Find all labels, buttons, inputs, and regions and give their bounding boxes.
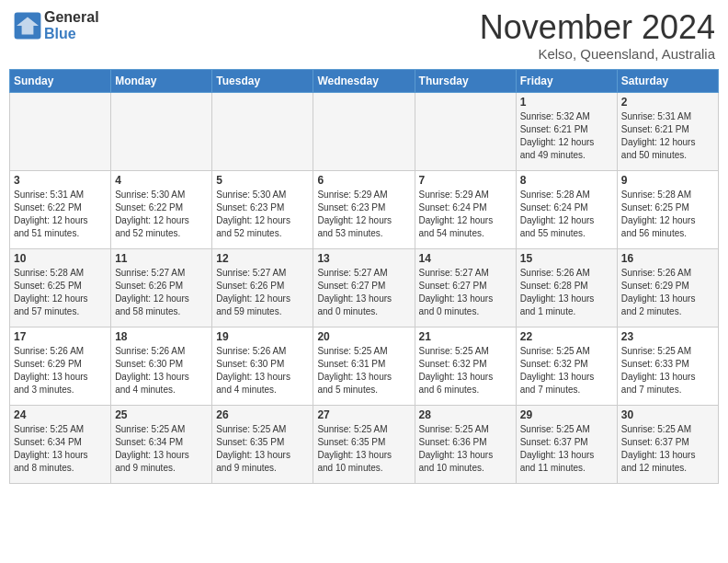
calendar-cell xyxy=(10,92,111,170)
day-info: Sunrise: 5:26 AMSunset: 6:29 PMDaylight:… xyxy=(14,345,107,396)
week-row-3: 10Sunrise: 5:28 AMSunset: 6:25 PMDayligh… xyxy=(10,248,719,327)
logo-icon xyxy=(13,11,42,40)
calendar-cell xyxy=(212,92,313,170)
calendar-cell: 3Sunrise: 5:31 AMSunset: 6:22 PMDaylight… xyxy=(10,170,111,248)
day-number: 26 xyxy=(216,408,309,421)
day-info: Sunrise: 5:26 AMSunset: 6:30 PMDaylight:… xyxy=(216,345,309,396)
day-number: 3 xyxy=(14,174,107,187)
day-info: Sunrise: 5:26 AMSunset: 6:30 PMDaylight:… xyxy=(115,345,208,396)
day-number: 13 xyxy=(317,252,410,265)
calendar-cell: 14Sunrise: 5:27 AMSunset: 6:27 PMDayligh… xyxy=(415,248,516,327)
calendar-cell: 1Sunrise: 5:32 AMSunset: 6:21 PMDaylight… xyxy=(516,92,617,170)
day-number: 30 xyxy=(621,408,714,421)
week-row-4: 17Sunrise: 5:26 AMSunset: 6:29 PMDayligh… xyxy=(10,327,719,405)
day-number: 23 xyxy=(621,330,714,343)
calendar-cell: 29Sunrise: 5:25 AMSunset: 6:37 PMDayligh… xyxy=(516,405,617,483)
week-row-5: 24Sunrise: 5:25 AMSunset: 6:34 PMDayligh… xyxy=(10,405,719,483)
calendar-cell: 13Sunrise: 5:27 AMSunset: 6:27 PMDayligh… xyxy=(313,248,415,327)
day-info: Sunrise: 5:25 AMSunset: 6:31 PMDaylight:… xyxy=(317,345,410,396)
day-number: 7 xyxy=(419,174,512,187)
calendar-cell xyxy=(415,92,516,170)
day-info: Sunrise: 5:31 AMSunset: 6:21 PMDaylight:… xyxy=(621,110,714,162)
calendar-cell: 5Sunrise: 5:30 AMSunset: 6:23 PMDaylight… xyxy=(212,170,313,248)
calendar-cell: 27Sunrise: 5:25 AMSunset: 6:35 PMDayligh… xyxy=(313,405,415,483)
day-number: 12 xyxy=(216,252,309,265)
calendar-cell: 21Sunrise: 5:25 AMSunset: 6:32 PMDayligh… xyxy=(415,327,516,405)
calendar-cell: 7Sunrise: 5:29 AMSunset: 6:24 PMDaylight… xyxy=(415,170,516,248)
day-info: Sunrise: 5:30 AMSunset: 6:23 PMDaylight:… xyxy=(216,189,309,240)
calendar-cell: 20Sunrise: 5:25 AMSunset: 6:31 PMDayligh… xyxy=(313,327,415,405)
week-row-2: 3Sunrise: 5:31 AMSunset: 6:22 PMDaylight… xyxy=(10,170,719,248)
day-info: Sunrise: 5:25 AMSunset: 6:34 PMDaylight:… xyxy=(115,423,208,475)
day-number: 17 xyxy=(14,330,107,343)
day-number: 22 xyxy=(520,330,613,343)
calendar-cell: 15Sunrise: 5:26 AMSunset: 6:28 PMDayligh… xyxy=(516,248,617,327)
day-number: 19 xyxy=(216,330,309,343)
day-info: Sunrise: 5:29 AMSunset: 6:24 PMDaylight:… xyxy=(419,189,512,240)
logo: General Blue xyxy=(13,9,99,42)
day-number: 24 xyxy=(14,408,107,421)
day-info: Sunrise: 5:26 AMSunset: 6:29 PMDaylight:… xyxy=(621,267,714,318)
column-header-monday: Monday xyxy=(111,69,212,92)
day-number: 5 xyxy=(216,174,309,187)
day-info: Sunrise: 5:25 AMSunset: 6:36 PMDaylight:… xyxy=(419,423,512,475)
day-number: 16 xyxy=(621,252,714,265)
calendar-cell: 26Sunrise: 5:25 AMSunset: 6:35 PMDayligh… xyxy=(212,405,313,483)
logo-text-blue: Blue xyxy=(44,26,76,41)
calendar-cell: 2Sunrise: 5:31 AMSunset: 6:21 PMDaylight… xyxy=(617,92,718,170)
day-number: 21 xyxy=(419,330,512,343)
calendar-cell: 16Sunrise: 5:26 AMSunset: 6:29 PMDayligh… xyxy=(617,248,718,327)
day-info: Sunrise: 5:25 AMSunset: 6:32 PMDaylight:… xyxy=(419,345,512,396)
day-info: Sunrise: 5:26 AMSunset: 6:28 PMDaylight:… xyxy=(520,267,613,318)
calendar-cell: 4Sunrise: 5:30 AMSunset: 6:22 PMDaylight… xyxy=(111,170,212,248)
column-header-tuesday: Tuesday xyxy=(212,69,313,92)
calendar-cell: 25Sunrise: 5:25 AMSunset: 6:34 PMDayligh… xyxy=(111,405,212,483)
day-info: Sunrise: 5:27 AMSunset: 6:27 PMDaylight:… xyxy=(317,267,410,318)
day-number: 27 xyxy=(317,408,410,421)
day-number: 4 xyxy=(115,174,208,187)
location-title: Kelso, Queensland, Australia xyxy=(480,46,715,62)
day-number: 9 xyxy=(621,174,714,187)
calendar-cell: 10Sunrise: 5:28 AMSunset: 6:25 PMDayligh… xyxy=(10,248,111,327)
calendar-cell: 11Sunrise: 5:27 AMSunset: 6:26 PMDayligh… xyxy=(111,248,212,327)
calendar-cell: 6Sunrise: 5:29 AMSunset: 6:23 PMDaylight… xyxy=(313,170,415,248)
day-info: Sunrise: 5:25 AMSunset: 6:37 PMDaylight:… xyxy=(520,423,613,475)
day-number: 6 xyxy=(317,174,410,187)
calendar-table: SundayMondayTuesdayWednesdayThursdayFrid… xyxy=(9,69,719,484)
calendar-cell xyxy=(111,92,212,170)
calendar-cell: 12Sunrise: 5:27 AMSunset: 6:26 PMDayligh… xyxy=(212,248,313,327)
day-number: 14 xyxy=(419,252,512,265)
day-number: 1 xyxy=(520,96,613,109)
day-number: 11 xyxy=(115,252,208,265)
column-header-wednesday: Wednesday xyxy=(313,69,415,92)
logo-text-general: General xyxy=(44,9,99,25)
column-header-friday: Friday xyxy=(516,69,617,92)
header-row: SundayMondayTuesdayWednesdayThursdayFrid… xyxy=(10,69,719,92)
day-info: Sunrise: 5:25 AMSunset: 6:32 PMDaylight:… xyxy=(520,345,613,396)
calendar-cell xyxy=(313,92,415,170)
calendar-cell: 23Sunrise: 5:25 AMSunset: 6:33 PMDayligh… xyxy=(617,327,718,405)
day-number: 8 xyxy=(520,174,613,187)
day-info: Sunrise: 5:25 AMSunset: 6:37 PMDaylight:… xyxy=(621,423,714,475)
day-info: Sunrise: 5:28 AMSunset: 6:25 PMDaylight:… xyxy=(14,267,107,318)
day-info: Sunrise: 5:27 AMSunset: 6:26 PMDaylight:… xyxy=(216,267,309,318)
column-header-sunday: Sunday xyxy=(10,69,111,92)
column-header-saturday: Saturday xyxy=(617,69,718,92)
day-info: Sunrise: 5:25 AMSunset: 6:33 PMDaylight:… xyxy=(621,345,714,396)
day-number: 15 xyxy=(520,252,613,265)
day-number: 18 xyxy=(115,330,208,343)
day-info: Sunrise: 5:31 AMSunset: 6:22 PMDaylight:… xyxy=(14,189,107,240)
day-number: 29 xyxy=(520,408,613,421)
month-title: November 2024 xyxy=(480,9,715,46)
day-info: Sunrise: 5:25 AMSunset: 6:35 PMDaylight:… xyxy=(317,423,410,475)
day-info: Sunrise: 5:25 AMSunset: 6:34 PMDaylight:… xyxy=(14,423,107,475)
day-number: 28 xyxy=(419,408,512,421)
day-info: Sunrise: 5:30 AMSunset: 6:22 PMDaylight:… xyxy=(115,189,208,240)
calendar-cell: 28Sunrise: 5:25 AMSunset: 6:36 PMDayligh… xyxy=(415,405,516,483)
day-info: Sunrise: 5:28 AMSunset: 6:24 PMDaylight:… xyxy=(520,189,613,240)
header: General Blue November 2024 Kelso, Queens… xyxy=(9,9,719,62)
day-info: Sunrise: 5:27 AMSunset: 6:26 PMDaylight:… xyxy=(115,267,208,318)
calendar-cell: 22Sunrise: 5:25 AMSunset: 6:32 PMDayligh… xyxy=(516,327,617,405)
day-number: 25 xyxy=(115,408,208,421)
calendar-cell: 17Sunrise: 5:26 AMSunset: 6:29 PMDayligh… xyxy=(10,327,111,405)
